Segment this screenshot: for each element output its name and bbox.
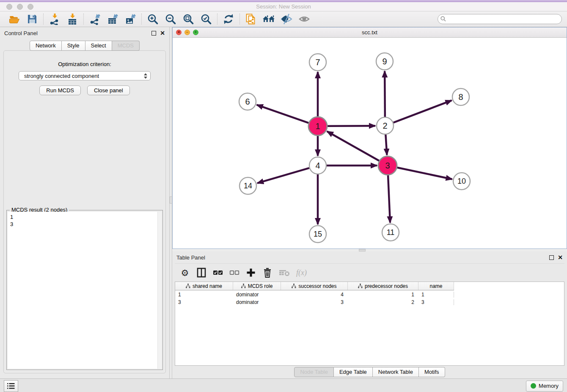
hide-graphics-details-icon[interactable] <box>280 13 293 25</box>
cell-successor-nodes[interactable]: 4 <box>281 292 348 298</box>
cell-mcds-role[interactable]: dominator <box>233 299 281 305</box>
deselect-all-icon[interactable] <box>229 267 239 279</box>
result-scrollbar[interactable] <box>157 212 162 369</box>
network-maximize-button[interactable]: + <box>193 30 198 35</box>
node-table: shared name MCDS role successor nodes <box>175 282 564 366</box>
result-line: 1 <box>10 213 155 221</box>
table-panel: Table Panel ✕ ⚙ <box>172 251 567 378</box>
delete-rows-trash-icon[interactable] <box>262 267 272 279</box>
graph-node-label: 8 <box>458 92 463 102</box>
tab-style[interactable]: Style <box>62 41 85 51</box>
float-panel-icon[interactable] <box>151 31 156 36</box>
cell-mcds-role[interactable]: dominator <box>233 292 281 298</box>
column-settings-gear-icon[interactable]: ⚙ <box>180 267 190 279</box>
select-all-icon[interactable] <box>213 267 223 279</box>
horizontal-splitter[interactable] <box>172 249 567 251</box>
column-header-successor-nodes[interactable]: successor nodes <box>281 282 348 290</box>
table-row[interactable]: 3 dominator 3 2 3 <box>175 299 564 306</box>
cell-predecessor-nodes[interactable]: 2 <box>348 299 418 305</box>
run-mcds-button[interactable]: Run MCDS <box>39 86 81 95</box>
float-panel-icon[interactable] <box>549 255 554 260</box>
graph-node-label: 15 <box>314 230 322 238</box>
network-window-titlebar[interactable]: ✕ − + scc.txt <box>173 28 567 38</box>
graph-node-label: 3 <box>385 161 390 170</box>
memory-status-dot <box>531 383 536 389</box>
graph-node-label: 4 <box>315 161 320 170</box>
vertical-splitter[interactable] <box>169 27 172 378</box>
tree-icon <box>292 284 296 288</box>
network-canvas[interactable]: 7968124314101511 <box>173 38 567 248</box>
cell-name[interactable]: 3 <box>418 299 454 305</box>
tree-icon <box>241 284 246 288</box>
apply-layout-icon[interactable] <box>222 13 235 25</box>
close-window-button[interactable] <box>6 4 12 10</box>
memory-button[interactable]: Memory <box>526 381 563 392</box>
table-panel-tabs: Node Table Edge Table Network Table Moti… <box>172 366 567 378</box>
tab-network-table[interactable]: Network Table <box>373 367 419 377</box>
cell-predecessor-nodes[interactable]: 1 <box>348 292 418 298</box>
network-window-title: scc.txt <box>173 29 567 36</box>
toggle-columns-icon[interactable] <box>196 267 206 279</box>
birds-eye-view-icon[interactable] <box>298 13 311 25</box>
column-header-name[interactable]: name <box>418 282 454 290</box>
graph-edge-1-2[interactable] <box>328 126 375 126</box>
task-history-button[interactable] <box>4 380 18 392</box>
network-minimize-button[interactable]: − <box>184 30 190 35</box>
import-table-icon[interactable] <box>66 13 79 25</box>
tab-edge-table[interactable]: Edge Table <box>334 367 373 377</box>
close-panel-icon[interactable]: ✕ <box>160 30 165 36</box>
zoom-out-icon[interactable] <box>164 13 177 25</box>
tab-node-table[interactable]: Node Table <box>294 367 334 377</box>
maximize-window-button[interactable] <box>28 4 33 10</box>
cell-name[interactable]: 1 <box>418 292 454 298</box>
export-table-icon[interactable] <box>106 13 119 25</box>
cell-shared-name[interactable]: 3 <box>175 299 233 305</box>
zoom-selected-icon[interactable] <box>200 13 212 25</box>
criterion-dropdown[interactable]: strongly connected component <box>19 71 151 80</box>
search-input[interactable] <box>438 14 562 24</box>
graph-edge-4-14[interactable] <box>257 168 309 183</box>
close-panel-button[interactable]: Close panel <box>87 86 130 95</box>
graph-edge-3-11[interactable] <box>388 175 390 223</box>
zoom-fit-icon[interactable] <box>182 13 195 25</box>
mcds-panel: Optimization criterion: strongly connect… <box>3 50 166 373</box>
graph-edge-2-3[interactable] <box>385 135 387 155</box>
import-network-icon[interactable] <box>48 13 61 25</box>
tab-select[interactable]: Select <box>85 41 112 51</box>
optimization-criterion-label: Optimization criterion: <box>4 61 165 67</box>
window-titlebar[interactable]: Session: New Session <box>0 2 567 11</box>
graph-edge-1-6[interactable] <box>257 105 309 123</box>
control-panel-tabs: Network Style Select MCDS <box>0 41 169 51</box>
graph-edge-3-1[interactable] <box>327 131 379 160</box>
column-header-shared-name[interactable]: shared name <box>175 282 233 290</box>
mcds-result-text[interactable]: 1 3 <box>8 212 157 369</box>
new-column-plus-icon[interactable] <box>246 267 256 279</box>
splitter-grip[interactable] <box>170 196 172 204</box>
graph-edge-2-9[interactable] <box>385 71 385 117</box>
network-close-button[interactable]: ✕ <box>176 30 182 35</box>
export-image-icon[interactable] <box>124 13 137 25</box>
table-toolbar: ⚙ <box>175 263 564 282</box>
tab-motifs[interactable]: Motifs <box>419 367 445 377</box>
cell-shared-name[interactable]: 1 <box>175 292 233 298</box>
zoom-in-icon[interactable] <box>146 13 159 25</box>
export-network-icon[interactable] <box>88 13 101 25</box>
save-session-icon[interactable] <box>26 13 39 25</box>
cell-successor-nodes[interactable]: 3 <box>281 299 348 305</box>
column-header-mcds-role[interactable]: MCDS role <box>233 282 281 290</box>
close-panel-icon[interactable]: ✕ <box>558 254 563 260</box>
open-file-icon[interactable] <box>8 13 21 25</box>
tree-icon <box>358 284 363 288</box>
graph-node-label: 14 <box>244 182 252 190</box>
graph-edge-3-10[interactable] <box>397 168 452 179</box>
delete-table-icon <box>279 267 290 279</box>
tab-mcds[interactable]: MCDS <box>112 41 140 51</box>
network-from-file-icon[interactable] <box>245 13 257 25</box>
splitter-grip[interactable] <box>359 249 366 251</box>
column-header-predecessor-nodes[interactable]: predecessor nodes <box>348 282 418 290</box>
network-overview-icon[interactable] <box>262 13 275 25</box>
tab-network[interactable]: Network <box>30 41 62 51</box>
minimize-window-button[interactable] <box>17 4 23 10</box>
graph-edge-2-8[interactable] <box>394 100 452 122</box>
table-row[interactable]: 1 dominator 4 1 1 <box>175 291 564 298</box>
